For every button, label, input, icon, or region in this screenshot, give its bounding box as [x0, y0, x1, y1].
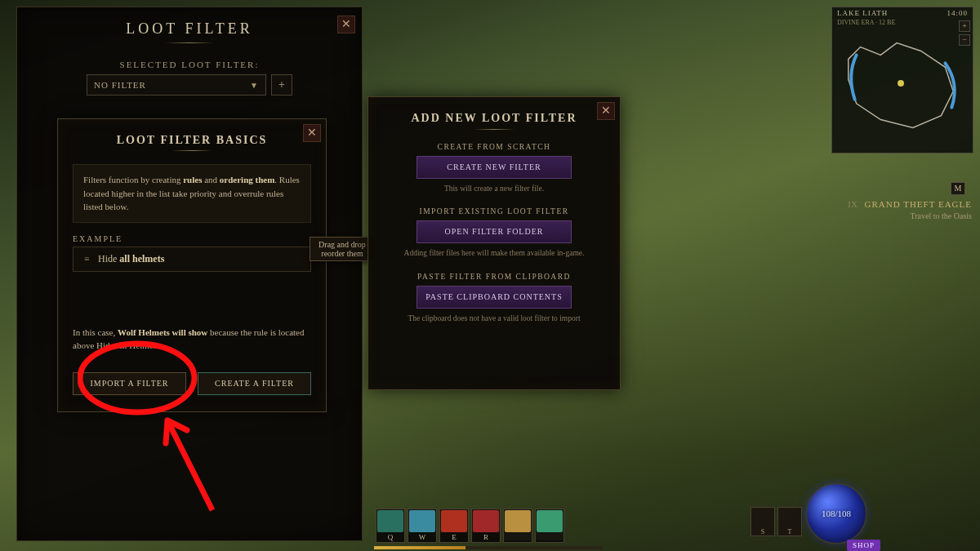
- skill-icon: [377, 510, 403, 532]
- skill-slot-3[interactable]: E: [439, 509, 469, 543]
- skill-bar: QWER: [376, 509, 564, 543]
- selected-filter-label: SELECTED LOOT FILTER:: [17, 60, 362, 69]
- import-existing-label: IMPORT EXISTING LOOT FILTER: [385, 207, 604, 216]
- skill-hotkey: Q: [376, 532, 404, 542]
- add-filter-button[interactable]: +: [271, 74, 292, 96]
- create-from-scratch-label: CREATE FROM SCRATCH: [385, 143, 604, 151]
- xp-bar-fill: [374, 546, 466, 549]
- close-add-modal-button[interactable]: ✕: [597, 102, 615, 120]
- minimap-era: DIVINE ERA · 12 BE: [832, 19, 973, 26]
- xp-bar: [374, 546, 603, 549]
- hp-value: 108/108: [822, 509, 851, 518]
- example-explanation: In this case, Wolf Helmets will show bec…: [73, 326, 311, 353]
- add-modal-title: ADD NEW LOOT FILTER: [385, 112, 604, 130]
- paste-sub-text: The clipboard does not have a valid loot…: [385, 313, 604, 324]
- utility-button-t[interactable]: T: [777, 507, 802, 536]
- loot-filter-title: LOOT FILTER: [17, 7, 362, 50]
- create-sub-text: This will create a new filter file.: [385, 184, 604, 194]
- chevron-down-icon: ▼: [250, 81, 259, 90]
- skill-icon: [409, 510, 435, 532]
- skill-hotkey: [504, 540, 532, 542]
- basics-title: LOOT FILTER BASICS: [73, 134, 311, 156]
- filter-select-dropdown[interactable]: NO FILTER ▼: [87, 74, 266, 96]
- minimap-zoom-out-button[interactable]: −: [959, 34, 970, 46]
- skill-slot-6[interactable]: [535, 509, 564, 543]
- example-rule-row[interactable]: ≡ Hide all helmets: [73, 247, 311, 272]
- skill-icon: [441, 510, 467, 532]
- quest-number: IX: [848, 200, 858, 209]
- minimap-canvas[interactable]: [832, 26, 973, 147]
- paste-from-clipboard-label: PASTE FILTER FROM CLIPBOARD: [385, 273, 604, 281]
- example-label: EXAMPLE: [73, 234, 311, 243]
- minimap-time: 14:00: [947, 9, 968, 17]
- minimap[interactable]: LAKE LIATH 14:00 DIVINE ERA · 12 BE + −: [831, 7, 973, 153]
- drag-tooltip: Drag and drop reorder them: [310, 237, 375, 261]
- create-filter-button[interactable]: CREATE A FILTER: [198, 372, 311, 395]
- quest-title-text: GRAND THEFT EAGLE: [865, 199, 972, 209]
- skill-slot-5[interactable]: [503, 509, 532, 543]
- import-filter-button[interactable]: IMPORT A FILTER: [73, 372, 186, 395]
- skill-slot-1[interactable]: Q: [376, 509, 405, 543]
- add-new-loot-filter-modal: ✕ ADD NEW LOOT FILTER CREATE FROM SCRATC…: [368, 96, 621, 390]
- rule-text: Hide all helmets: [98, 253, 164, 265]
- drag-handle-icon[interactable]: ≡: [82, 254, 91, 264]
- open-sub-text: Adding filter files here will make them …: [385, 248, 604, 259]
- health-globe[interactable]: 108/108: [805, 482, 867, 544]
- skill-hotkey: R: [472, 532, 500, 542]
- skill-hotkey: W: [408, 532, 436, 542]
- map-hotkey-badge[interactable]: M: [951, 182, 965, 195]
- minimap-zoom-in-button[interactable]: +: [959, 20, 970, 32]
- paste-clipboard-button[interactable]: PASTE CLIPBOARD CONTENTS: [416, 286, 572, 309]
- utility-button-s[interactable]: S: [751, 507, 775, 536]
- utility-buttons: ST: [751, 507, 802, 536]
- skill-icon: [505, 510, 531, 532]
- close-basics-button[interactable]: ✕: [303, 124, 321, 142]
- skill-icon: [537, 510, 563, 532]
- shop-button[interactable]: SHOP: [847, 540, 880, 551]
- minimap-zone: LAKE LIATH: [837, 9, 888, 17]
- quest-tracker[interactable]: IX GRAND THEFT EAGLE Travel to the Oasis: [848, 199, 972, 220]
- quest-objective: Travel to the Oasis: [848, 211, 972, 220]
- skill-icon: [473, 510, 499, 532]
- skill-hotkey: [536, 540, 564, 542]
- skill-hotkey: E: [440, 532, 468, 542]
- create-new-filter-button[interactable]: CREATE NEW FILTER: [416, 156, 572, 179]
- basics-info-text: Filters function by creating rules and o…: [73, 164, 311, 223]
- svg-point-0: [898, 80, 904, 87]
- filter-select-value: NO FILTER: [94, 80, 146, 90]
- skill-slot-2[interactable]: W: [408, 509, 437, 543]
- open-filter-folder-button[interactable]: OPEN FILTER FOLDER: [416, 220, 572, 243]
- loot-filter-basics-panel: ✕ LOOT FILTER BASICS Filters function by…: [57, 118, 327, 412]
- skill-slot-4[interactable]: R: [471, 509, 501, 543]
